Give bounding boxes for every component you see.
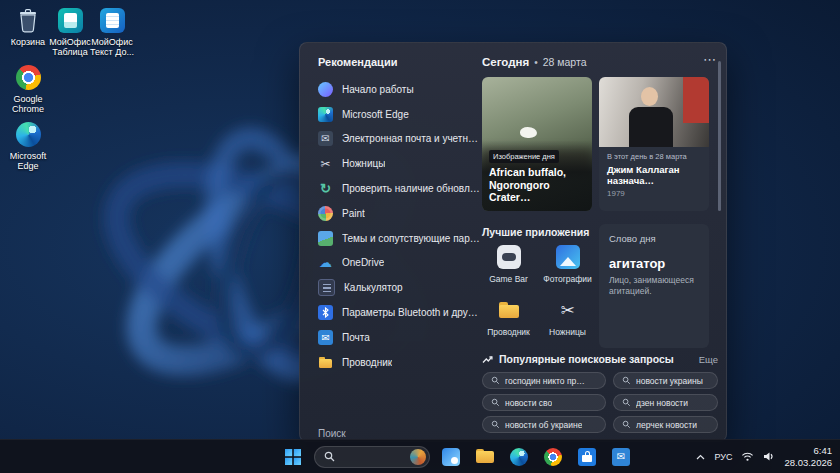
chip-label: господин никто пр… xyxy=(505,376,585,386)
myoffice-spreadsheet-icon xyxy=(46,5,94,35)
on-this-day-body: В этот день в 28 марта Джим Каллаган наз… xyxy=(599,147,709,203)
search-suggestion-chip[interactable]: господин никто пр… xyxy=(482,372,606,389)
file-explorer-icon xyxy=(496,297,522,323)
panel-search-footer[interactable]: Поиск xyxy=(318,428,346,439)
taskbar-icon-widgets[interactable] xyxy=(438,444,464,470)
wifi-icon[interactable] xyxy=(741,451,754,462)
store-icon xyxy=(578,448,596,466)
taskbar-icon-microsoft-edge[interactable] xyxy=(506,444,532,470)
chip-label: новости об украине xyxy=(505,420,582,430)
trending-up-icon xyxy=(482,354,493,365)
desktop-icon-myoffice-text[interactable]: МойОфис Текст До... xyxy=(88,5,136,58)
app-tile-file-explorer[interactable]: Проводник xyxy=(482,297,535,337)
desktop-icon-label: МойОфис Таблица xyxy=(46,37,94,58)
app-label: Проводник xyxy=(487,327,530,337)
app-tile-photos[interactable]: Фотографии xyxy=(541,244,594,284)
tray-chevron-up-icon[interactable] xyxy=(696,454,705,460)
on-this-day-title: Джим Каллаган назнача… xyxy=(607,164,701,187)
search-icon xyxy=(622,376,631,385)
recommendation-label: Темы и сопутствующие параметры xyxy=(342,233,480,244)
taskbar-icon-microsoft-store[interactable] xyxy=(574,444,600,470)
search-suggestion-chip[interactable]: новости украины xyxy=(613,372,718,389)
photos-icon xyxy=(555,244,581,270)
search-icon xyxy=(491,420,500,429)
search-suggestion-chip[interactable]: новости об украине xyxy=(482,416,606,433)
recommendation-label: Калькулятор xyxy=(344,282,403,293)
search-suggestion-chip[interactable]: дзен новости xyxy=(613,394,718,411)
photo-shape xyxy=(641,87,658,106)
recommendation-label: Paint xyxy=(342,208,365,219)
chrome-icon xyxy=(4,62,52,92)
recommendation-label: Проводник xyxy=(342,357,392,368)
language-indicator[interactable]: РУС xyxy=(714,452,732,462)
image-of-day-caption: Изображение дня African buffalo, Ngorong… xyxy=(482,140,592,211)
recommendation-item-mail[interactable]: ✉ Почта xyxy=(318,325,480,350)
app-tile-game-bar[interactable]: Game Bar xyxy=(482,244,535,284)
recommendation-item-file-explorer[interactable]: Проводник xyxy=(318,350,480,375)
recommendation-item-check-updates[interactable]: ↻ Проверить наличие обновлений xyxy=(318,176,480,201)
title-line: African buffalo, xyxy=(489,166,585,179)
calculator-icon xyxy=(318,279,335,296)
taskbar-clock[interactable]: 6:41 28.03.2026 xyxy=(784,445,832,469)
desktop-icon-microsoft-edge[interactable]: Microsoft Edge xyxy=(4,119,52,172)
taskbar-icon-file-explorer[interactable] xyxy=(472,444,498,470)
chip-label: новости сво xyxy=(505,398,552,408)
search-highlight-icon[interactable] xyxy=(410,449,426,465)
search-suggestion-chip[interactable]: новости сво xyxy=(482,394,606,411)
edge-icon xyxy=(4,119,52,149)
recommendation-item-themes[interactable]: Темы и сопутствующие параметры xyxy=(318,226,480,251)
email-accounts-icon: ✉ xyxy=(318,131,333,146)
recommendation-label: Microsoft Edge xyxy=(342,109,409,120)
file-explorer-icon xyxy=(475,449,495,465)
recommendation-item-snipping-tool[interactable]: ✂ Ножницы xyxy=(318,151,480,176)
taskbar-search-input[interactable] xyxy=(314,446,430,468)
recommendation-item-email-accounts[interactable]: ✉ Электронная почта и учетные записи xyxy=(318,127,480,152)
bluetooth-icon xyxy=(318,305,333,320)
today-date: 28 марта xyxy=(543,56,587,68)
trending-title: Популярные поисковые запросы xyxy=(499,353,693,365)
desktop-icon-label: МойОфис Текст До... xyxy=(88,37,136,58)
photo-shape xyxy=(520,127,537,138)
app-tile-snipping-tool[interactable]: ✂ Ножницы xyxy=(541,297,594,337)
taskbar-icon-mail[interactable]: ✉ xyxy=(608,444,634,470)
recommendation-item-get-started[interactable]: Начало работы xyxy=(318,77,480,102)
word-of-day-card[interactable]: Слово дня агитатор Лицо, занимающееся аг… xyxy=(599,224,709,348)
chip-label: лерчек новости xyxy=(636,420,697,430)
more-options-icon[interactable]: ⋯ xyxy=(703,52,716,67)
game-bar-icon xyxy=(496,244,522,270)
trending-header: Популярные поисковые запросы Еще xyxy=(482,353,718,365)
trending-more-link[interactable]: Еще xyxy=(699,354,718,365)
desktop-icon-recycle-bin[interactable]: Корзина xyxy=(4,5,52,47)
desktop-icon-myoffice-spreadsheet[interactable]: МойОфис Таблица xyxy=(46,5,94,58)
on-this-day-photo xyxy=(599,77,709,147)
recommendation-item-paint[interactable]: Paint xyxy=(318,201,480,226)
taskbar-icon-google-chrome[interactable] xyxy=(540,444,566,470)
word-of-day-title: Слово дня xyxy=(609,233,699,244)
snipping-tool-icon: ✂ xyxy=(318,156,333,171)
snipping-tool-icon: ✂ xyxy=(555,297,581,323)
recommendation-item-onedrive[interactable]: ☁ OneDrive xyxy=(318,251,480,276)
mail-icon: ✉ xyxy=(318,330,333,345)
app-label: Game Bar xyxy=(489,274,528,284)
today-header: Сегодня • 28 марта ⋯ xyxy=(482,56,718,72)
volume-icon[interactable] xyxy=(763,451,775,462)
taskbar: ✉ РУС 6:41 28.03.2026 xyxy=(0,439,840,473)
recommendation-label: Ножницы xyxy=(342,158,385,169)
themes-icon xyxy=(318,231,333,246)
search-suggestion-chip[interactable]: лерчек новости xyxy=(613,416,718,433)
image-of-day-card[interactable]: Изображение дня African buffalo, Ngorong… xyxy=(482,77,592,211)
recommendation-item-calculator[interactable]: Калькулятор xyxy=(318,275,480,300)
search-home-panel: Рекомендации Начало работы Microsoft Edg… xyxy=(299,42,727,442)
start-button[interactable] xyxy=(280,444,306,470)
recommendation-item-bluetooth[interactable]: Параметры Bluetooth и другие пара... xyxy=(318,300,480,325)
windows-logo-icon xyxy=(285,449,301,465)
desktop-icon-google-chrome[interactable]: Google Chrome xyxy=(4,62,52,115)
edge-icon xyxy=(318,107,333,122)
on-this-day-card[interactable]: В этот день в 28 марта Джим Каллаган наз… xyxy=(599,77,709,211)
recommendation-item-edge[interactable]: Microsoft Edge xyxy=(318,102,480,127)
mail-icon: ✉ xyxy=(612,448,630,466)
on-this-day-year: 1979 xyxy=(607,189,701,198)
panel-scrollbar[interactable] xyxy=(718,61,721,211)
paint-icon xyxy=(318,206,333,221)
desktop-icon-label: Microsoft Edge xyxy=(4,151,52,172)
